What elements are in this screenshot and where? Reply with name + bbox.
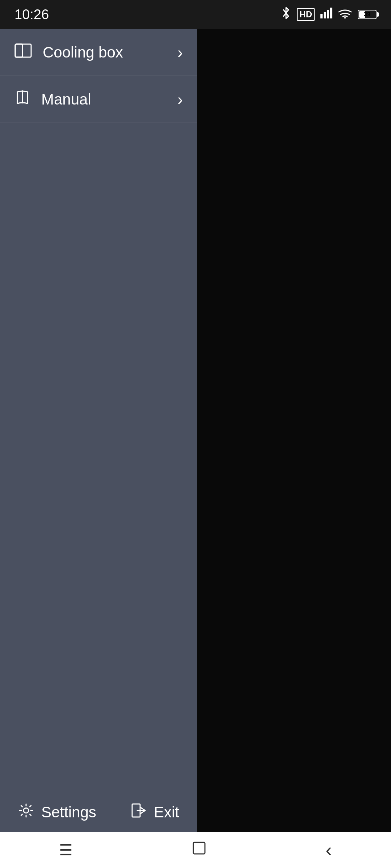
exit-button[interactable]: Exit — [131, 803, 179, 822]
manual-icon — [14, 90, 30, 109]
exit-icon — [131, 803, 147, 822]
nav-menu-icon[interactable]: ☰ — [59, 841, 73, 859]
svg-point-11 — [344, 17, 346, 18]
status-bar: 10:26 HD — [0, 0, 391, 29]
svg-rect-4 — [15, 44, 31, 57]
cooling-box-icon — [14, 43, 32, 62]
svg-point-8 — [24, 808, 29, 813]
manual-chevron: › — [177, 90, 183, 109]
nav-home-icon[interactable] — [191, 840, 207, 860]
battery-icon: 39 — [358, 10, 377, 19]
settings-button[interactable]: Settings — [18, 803, 96, 822]
signal-icon — [320, 8, 332, 21]
drawer-item-manual[interactable]: Manual › — [0, 76, 197, 123]
exit-label: Exit — [154, 804, 179, 821]
settings-icon — [18, 803, 34, 822]
drawer-menu: Cooling box › Manual › — [0, 29, 197, 785]
manual-label: Manual — [41, 91, 91, 108]
navigation-drawer: Cooling box › Manual › — [0, 29, 197, 839]
bluetooth-icon — [281, 7, 291, 22]
svg-rect-12 — [193, 842, 205, 854]
status-icons: HD 39 — [281, 7, 377, 22]
svg-rect-5 — [15, 44, 22, 57]
settings-label: Settings — [41, 804, 96, 821]
drawer-item-cooling-box[interactable]: Cooling box › — [0, 29, 197, 76]
wifi-icon — [338, 8, 352, 21]
drawer-footer: Settings Exit — [0, 785, 197, 839]
hd-icon: HD — [297, 8, 315, 21]
status-time: 10:26 — [14, 7, 49, 22]
battery-level: 39 — [364, 11, 370, 18]
cooling-box-label: Cooling box — [43, 44, 123, 61]
nav-back-icon[interactable]: ‹ — [325, 839, 332, 861]
cooling-box-chevron: › — [177, 43, 183, 61]
navigation-bar: ☰ ‹ — [0, 832, 391, 868]
